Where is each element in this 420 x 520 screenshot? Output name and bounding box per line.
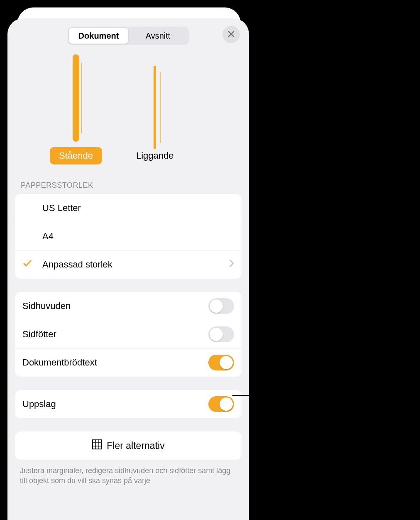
paper-size-label: Anpassad storlek <box>42 259 229 270</box>
orientation-portrait-thumb[interactable] <box>75 56 77 140</box>
toggle-row-spreads: Uppslag <box>15 390 242 418</box>
checkmark-icon <box>22 258 32 271</box>
paper-size-custom[interactable]: Anpassad storlek <box>15 250 242 279</box>
close-icon <box>228 31 234 39</box>
orientation-landscape-label[interactable]: Liggande <box>127 147 183 164</box>
document-toggles-list: Sidhuvuden Sidfötter Dokumentbrödtext <box>15 292 242 377</box>
toggle-label: Sidhuvuden <box>22 301 208 312</box>
more-options-button[interactable]: Fler alternativ <box>15 432 242 460</box>
toggle-label: Sidfötter <box>22 329 208 340</box>
svg-rect-0 <box>93 440 102 449</box>
paper-size-label: US Letter <box>42 203 234 213</box>
toggle-row-headers: Sidhuvuden <box>15 292 242 320</box>
chevron-right-icon <box>229 259 234 270</box>
spreads-list: Uppslag <box>15 390 242 418</box>
close-button[interactable] <box>222 26 240 43</box>
paper-size-label: A4 <box>42 231 234 242</box>
toggle-row-footers: Sidfötter <box>15 320 242 348</box>
more-options-label: Fler alternativ <box>107 440 164 451</box>
more-options-icon <box>92 439 103 452</box>
footer-note: Justera marginaler, redigera sidhuvuden … <box>7 460 249 486</box>
paper-size-a4[interactable]: A4 <box>15 222 242 250</box>
document-body-toggle[interactable] <box>208 355 234 370</box>
toggle-label: Uppslag <box>22 399 208 410</box>
more-options-list: Fler alternativ <box>15 432 242 460</box>
tab-segmented-control: Dokument Avsnitt <box>68 27 189 45</box>
paper-size-us-letter[interactable]: US Letter <box>15 194 242 222</box>
document-settings-panel: Dokument Avsnitt Stående <box>7 18 249 520</box>
spreads-toggle[interactable] <box>208 396 234 412</box>
orientation-landscape-thumb[interactable] <box>154 56 156 140</box>
callout-connector <box>232 395 261 396</box>
paper-size-header: PAPPERSSTORLEK <box>7 164 249 194</box>
toggle-row-body: Dokumentbrödtext <box>15 348 242 377</box>
orientation-portrait-label[interactable]: Stående <box>50 147 102 164</box>
tab-document[interactable]: Dokument <box>69 28 128 44</box>
toggle-label: Dokumentbrödtext <box>22 357 208 368</box>
callout-text: Om Dokumentbrödtext är markerat arbetar … <box>261 380 413 421</box>
tab-section[interactable]: Avsnitt <box>128 28 188 44</box>
footers-toggle[interactable] <box>208 326 234 342</box>
paper-size-list: US Letter A4 Anpassad storlek <box>15 194 242 279</box>
headers-toggle[interactable] <box>208 298 234 314</box>
